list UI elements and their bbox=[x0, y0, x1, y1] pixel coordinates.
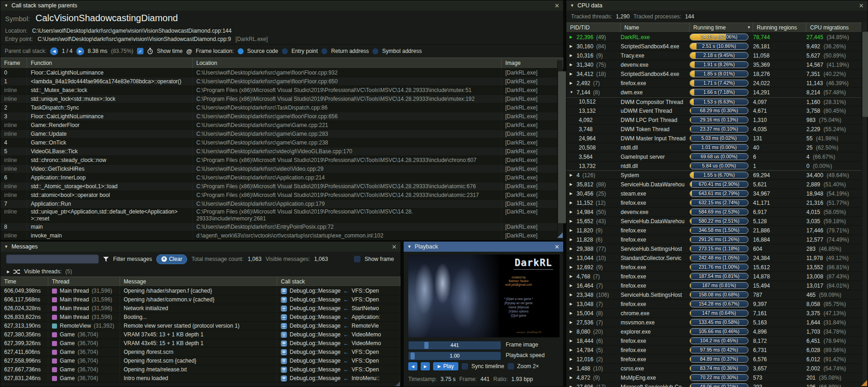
callstack-row[interactable]: 6Application::InnerLoopC:\Users\wolf\Des… bbox=[0, 173, 563, 182]
close-icon[interactable]: ✕ bbox=[392, 243, 397, 250]
expand-arrow-icon[interactable]: ▶ bbox=[570, 272, 574, 281]
callstack-row[interactable]: inlinestd::atomic<bool>::operator boolC:… bbox=[0, 191, 563, 200]
process-row[interactable]: ▶15,652(43)ServiceHub.DataWarehou580.22 … bbox=[566, 217, 862, 226]
expand-arrow-icon[interactable]: ▶ bbox=[570, 327, 574, 336]
play-button[interactable]: ▶Play bbox=[433, 362, 458, 370]
expand-arrow-icon[interactable]: ▶ bbox=[570, 309, 574, 318]
expand-arrow-icon[interactable]: ▶ bbox=[570, 208, 574, 216]
process-row[interactable]: 13,732ntdll.dll5.84 us (0.00%)10 (0.00%) bbox=[566, 162, 862, 171]
process-row[interactable]: ▶35,812(88)ServiceHub.DataWarehou670.41 … bbox=[566, 180, 862, 189]
prev-frame-button[interactable]: ◀ bbox=[408, 362, 417, 370]
process-row[interactable]: ▶12,016(2)firefox.exe84.89 ms (0.37%)6,5… bbox=[566, 355, 862, 364]
expand-arrow-icon[interactable]: ▶ bbox=[570, 254, 574, 262]
close-icon[interactable]: ✕ bbox=[859, 2, 864, 9]
column-header[interactable]: Time bbox=[0, 277, 48, 286]
resize-grip[interactable] bbox=[861, 380, 867, 386]
process-row[interactable]: ▶13,044(10)StandardCollector.Servic242.4… bbox=[566, 254, 862, 263]
callstack-cell[interactable]: DebugLog::Message←StartNetwo bbox=[277, 304, 400, 312]
process-row[interactable]: ▶22,396(49)DarkRL.exe14.33 s (62.06%)78,… bbox=[566, 33, 862, 42]
process-row[interactable]: ▶34,412(18)ScriptedSandbox64.exe1.85 s (… bbox=[566, 69, 862, 79]
callstack-scrollbar[interactable] bbox=[557, 60, 563, 237]
process-row[interactable]: 3,564GameInput server69.68 us (0.00%)64 … bbox=[566, 152, 862, 162]
expand-arrow-icon[interactable]: ▶ bbox=[570, 171, 574, 179]
process-row[interactable]: ▶31,340(75)devenv.exe1.91 s (8.26%)35,36… bbox=[566, 60, 862, 69]
message-row[interactable]: 606,049,398nsMain thread(31,596)Opening … bbox=[0, 287, 400, 295]
expand-arrow-icon[interactable]: ▶ bbox=[570, 217, 574, 225]
expand-arrow-icon[interactable]: ▶ bbox=[570, 263, 574, 271]
expand-arrow-icon[interactable]: ▶ bbox=[570, 180, 574, 189]
message-row[interactable]: 627,313,190nsRemoteView(31,392)Remote vi… bbox=[0, 322, 400, 330]
column-header[interactable]: Frame bbox=[0, 58, 27, 68]
callstack-row[interactable]: 2TaskDispatch::SyncC:\Users\wolf\Desktop… bbox=[0, 104, 563, 112]
process-row[interactable]: ▶8,080(20)explorer.exe105.66 ms (0.46%)4… bbox=[566, 327, 862, 336]
frame-slider[interactable]: 441 bbox=[408, 341, 501, 350]
expand-arrow-icon[interactable]: ▶ bbox=[570, 235, 574, 244]
expand-arrow-icon[interactable]: ▶ bbox=[570, 198, 574, 207]
callstack-row[interactable]: inlinestd::_Mutex_base::lockC:\Program F… bbox=[0, 86, 563, 95]
callstack-row[interactable]: 0Floor::CalcLightNoLuminanceC:\Users\wol… bbox=[0, 69, 563, 77]
show-frame-checkbox[interactable] bbox=[354, 256, 360, 262]
process-row[interactable]: ▶11,152(12)firefox.exe632.15 ms (2.74%)4… bbox=[566, 198, 862, 208]
callstack-row[interactable]: inlinestd::unique_lock<std::mutex>::lock… bbox=[0, 95, 563, 104]
column-header[interactable]: Message bbox=[120, 277, 277, 286]
expand-arrow-icon[interactable]: ▶ bbox=[7, 270, 10, 274]
process-row[interactable]: ▼7,144(8)dwm.exe1.66 s (7.18%)14,2918,21… bbox=[566, 88, 862, 97]
expand-arrow-icon[interactable]: ▶ bbox=[570, 69, 574, 78]
process-row[interactable]: ▶12,692(9)firefox.exe231.76 ms (1.00%)15… bbox=[566, 263, 862, 272]
radio-source-code[interactable] bbox=[238, 48, 244, 54]
callstack-row[interactable]: 7Application::RunC:\Users\wolf\Desktop\d… bbox=[0, 200, 563, 208]
callstack-row[interactable]: inlineinvoke_maind:\agent\_work\63\s\src… bbox=[0, 231, 563, 240]
callstack-row[interactable]: 3Floor::CalcLightNoLuminanceC:\Users\wol… bbox=[0, 112, 563, 121]
callstack-cell[interactable]: DebugLog::Message←VFS::Open bbox=[277, 357, 400, 365]
callstack-row[interactable]: inlinestd::unique_ptr<Application,std::d… bbox=[0, 208, 563, 223]
process-row[interactable]: ▶2,492(7)firefox.exe1.71 s (7.42%)24,022… bbox=[566, 79, 862, 88]
callstack-cell[interactable]: DebugLog::Message←VFS::Open bbox=[277, 295, 400, 304]
process-row[interactable]: ▶27,536(7)msvsmon.exe133.45 ms (0.58%)5,… bbox=[566, 318, 862, 327]
column-header[interactable]: Image bbox=[502, 58, 563, 68]
process-row[interactable]: 13,132uDWM Event Thread68.29 ms (0.30%)4… bbox=[566, 106, 862, 116]
process-row[interactable]: ▶4,768(7)firefox.exe187.54 ms (0.81%)14,… bbox=[566, 272, 862, 281]
process-row[interactable]: ▶14,984(50)devenv.exe584.69 ms (2.53%)6,… bbox=[566, 208, 862, 217]
column-header[interactable]: CPU migrations bbox=[806, 23, 862, 32]
filter-messages-label[interactable]: Filter messages bbox=[113, 256, 152, 262]
message-row[interactable]: 627,667,736nsGame(36,704)Opening /meta/r… bbox=[0, 365, 400, 374]
callstack-row[interactable]: inlinestd::chrono::steady_clock::nowC:\P… bbox=[0, 156, 563, 165]
close-icon[interactable]: ✕ bbox=[554, 2, 560, 9]
callstack-row[interactable]: inlineVideo::GetTicksHiResC:\Users\wolf\… bbox=[0, 165, 563, 173]
collapse-icon[interactable]: ▼ bbox=[4, 244, 8, 249]
resize-grip[interactable] bbox=[557, 232, 563, 238]
expand-arrow-icon[interactable]: ▶ bbox=[570, 364, 574, 373]
expand-arrow-icon[interactable]: ▶ bbox=[570, 346, 574, 354]
expand-arrow-icon[interactable]: ▶ bbox=[570, 42, 574, 51]
collapse-arrow-icon[interactable]: ▼ bbox=[570, 88, 574, 97]
column-header[interactable]: Name bbox=[621, 23, 690, 32]
callstack-row[interactable]: 4Game::OnTickC:\Users\wolf\Desktop\darkr… bbox=[0, 139, 563, 147]
process-row[interactable]: ▶11,828(6)firefox.exe291.26 ms (1.26%)16… bbox=[566, 235, 862, 244]
process-row[interactable]: ▶11,820(9)firefox.exe346.58 ms (1.50%)21… bbox=[566, 226, 862, 235]
callstack-cell[interactable]: DebugLog::Message←VFS::Open bbox=[277, 287, 400, 295]
expand-arrow-icon[interactable]: ▶ bbox=[570, 300, 574, 308]
message-row[interactable]: 627,558,996nsGame(36,704)Opening /forest… bbox=[0, 357, 400, 365]
message-row[interactable]: 626,833,622nsMain thread(31,596)Booting.… bbox=[0, 313, 400, 322]
message-row[interactable]: 627,411,606nsGame(36,704)Opening /forest… bbox=[0, 348, 400, 357]
process-row[interactable]: ▶30,456(25)steam.exe643.61 ms (2.79%)34,… bbox=[566, 189, 862, 198]
process-row[interactable]: 4,092DWM LPC Port Thread29.16 ms (0.13%)… bbox=[566, 116, 862, 125]
sync-timeline-checkbox[interactable] bbox=[462, 363, 468, 370]
resize-grip[interactable] bbox=[395, 381, 400, 386]
radio-entry-point[interactable] bbox=[282, 48, 288, 54]
process-row[interactable]: 20,508ntdll.dll1.01 ms (0.00%)4025 (62.5… bbox=[566, 143, 862, 152]
show-time-checkbox[interactable]: ✓ bbox=[137, 48, 143, 54]
radio-symbol-address[interactable] bbox=[372, 48, 378, 54]
callstack-row[interactable]: inlineGame::UpdateC:\Users\wolf\Desktop\… bbox=[0, 130, 563, 139]
process-row[interactable]: 3,748DWM Token Thread23.37 ms (0.10%)4,0… bbox=[566, 125, 862, 134]
callstack-row[interactable]: 5VideoGLBase::TickC:\Users\wolf\Desktop\… bbox=[0, 147, 563, 156]
callstack-row[interactable]: inlineGame::RenderFloorC:\Users\wolf\Des… bbox=[0, 121, 563, 130]
close-icon[interactable]: ✕ bbox=[554, 243, 560, 250]
column-header[interactable]: Running time▼ bbox=[690, 23, 753, 32]
process-row[interactable]: ▶1,488(10)csrss.exe83.74 ms (0.36%)3,657… bbox=[566, 364, 862, 373]
clear-button[interactable]: ✕ Clear bbox=[156, 254, 188, 264]
column-header[interactable]: Running regions bbox=[753, 23, 806, 32]
message-row[interactable]: 626,024,328nsMain thread(31,596)Network … bbox=[0, 304, 400, 313]
callstack-cell[interactable]: DebugLog::Message←Application: bbox=[277, 313, 400, 321]
process-row[interactable]: ▶4(126)System1.55 s (6.70%)69,29434,400 … bbox=[566, 171, 862, 180]
